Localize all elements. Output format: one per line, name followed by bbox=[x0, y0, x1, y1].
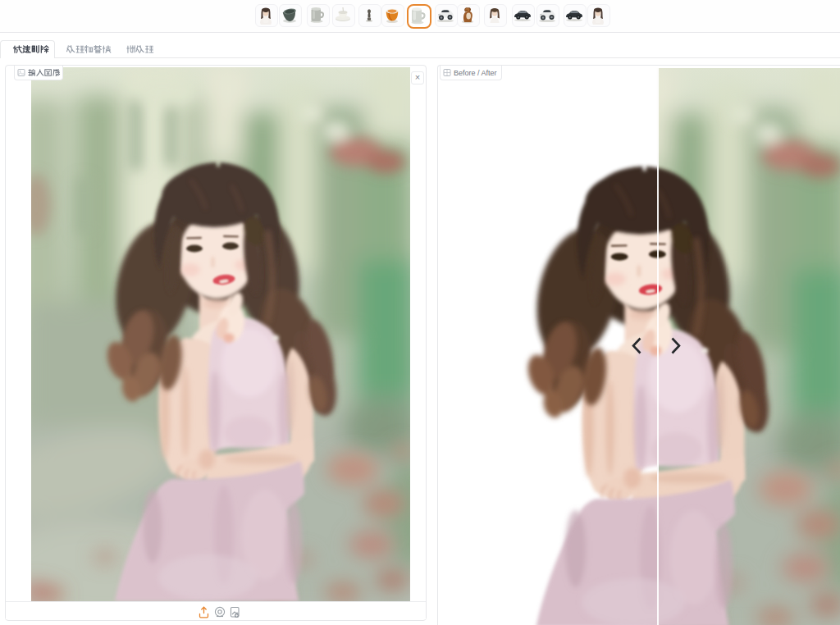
svg-text:Before / After: Before / After bbox=[454, 69, 497, 77]
